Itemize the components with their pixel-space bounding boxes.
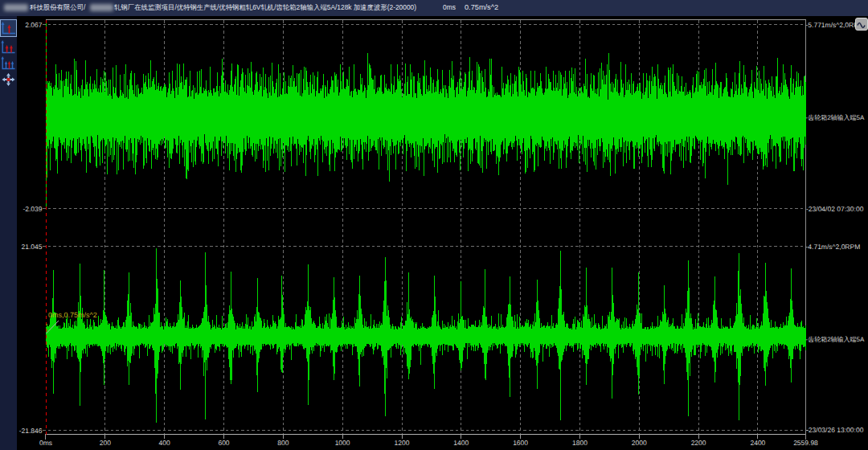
svg-text:21.045: 21.045	[22, 243, 43, 251]
svg-text:400: 400	[159, 439, 170, 447]
svg-text:-23/04/02 07:30:00: -23/04/02 07:30:00	[806, 205, 864, 213]
svg-text:2559.98: 2559.98	[793, 439, 818, 447]
svg-text:2400: 2400	[750, 439, 765, 447]
svg-text:1200: 1200	[395, 439, 410, 447]
svg-text:1400: 1400	[453, 439, 469, 447]
svg-text:1600: 1600	[513, 439, 528, 447]
svg-text:600: 600	[218, 439, 229, 447]
svg-text:0ms: 0ms	[39, 439, 52, 447]
svg-text:-2.039: -2.039	[23, 205, 42, 213]
svg-text:1800: 1800	[572, 439, 588, 447]
svg-text:1000: 1000	[335, 439, 350, 447]
svg-text:0ms,0.75m/s^2: 0ms,0.75m/s^2	[48, 311, 97, 319]
svg-text:2200: 2200	[691, 439, 706, 447]
svg-text:-齿轮箱2轴输入端5A: -齿轮箱2轴输入端5A	[806, 114, 866, 121]
svg-text:2000: 2000	[632, 439, 647, 447]
svg-text:-4.71m/s^2,0RPM: -4.71m/s^2,0RPM	[806, 243, 861, 251]
svg-text:2.067: 2.067	[25, 21, 43, 29]
svg-text:200: 200	[100, 439, 111, 447]
svg-text:-23/03/26 13:00:00: -23/03/26 13:00:00	[806, 426, 864, 434]
svg-text:-21.846: -21.846	[19, 427, 43, 435]
svg-text:-齿轮箱2轴输入端5A: -齿轮箱2轴输入端5A	[806, 336, 866, 343]
svg-text:800: 800	[277, 439, 289, 447]
